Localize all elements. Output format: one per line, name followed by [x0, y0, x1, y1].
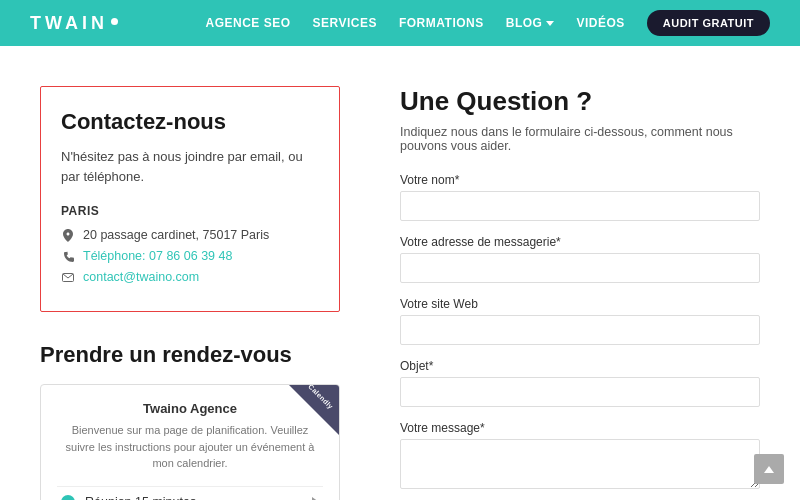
contact-city: PARIS — [61, 204, 319, 218]
nav-services[interactable]: SERVICES — [312, 16, 376, 30]
field-objet: Objet* — [400, 359, 760, 407]
contact-phone-link[interactable]: Téléphone: 07 86 06 39 48 — [83, 249, 232, 263]
input-website[interactable] — [400, 315, 760, 345]
meeting-arrow-icon — [312, 497, 319, 501]
main-nav: AGENCE SEO SERVICES FORMATIONS BLOG VIDÉ… — [205, 10, 770, 36]
calendly-widget: Calendly Twaino Agence Bienvenue sur ma … — [40, 384, 340, 500]
label-objet: Objet* — [400, 359, 760, 373]
right-column: Une Question ? Indiquez nous dans le for… — [400, 86, 760, 500]
contact-title: Contactez-nous — [61, 109, 319, 135]
calendly-title: Twaino Agence — [57, 401, 323, 416]
contact-box: Contactez-nous N'hésitez pas à nous join… — [40, 86, 340, 312]
label-message: Votre message* — [400, 421, 760, 435]
nav-agence-seo[interactable]: AGENCE SEO — [205, 16, 290, 30]
contact-address-row: 20 passage cardinet, 75017 Paris — [61, 228, 319, 242]
meeting-row[interactable]: Réunion 15 minutes — [57, 486, 323, 501]
scroll-chevron-icon — [764, 466, 774, 473]
form-subtitle: Indiquez nous dans le formulaire ci-dess… — [400, 125, 760, 153]
location-icon — [61, 228, 75, 242]
label-website: Votre site Web — [400, 297, 760, 311]
input-objet[interactable] — [400, 377, 760, 407]
input-email[interactable] — [400, 253, 760, 283]
green-dot-icon — [61, 495, 75, 501]
meeting-label: Réunion 15 minutes — [85, 495, 196, 501]
calendly-description: Bienvenue sur ma page de planification. … — [57, 422, 323, 472]
phone-icon — [61, 249, 75, 263]
contact-phone-row: Téléphone: 07 86 06 39 48 — [61, 249, 319, 263]
nav-formations[interactable]: FORMATIONS — [399, 16, 484, 30]
form-title: Une Question ? — [400, 86, 760, 117]
left-column: Contactez-nous N'hésitez pas à nous join… — [40, 86, 340, 500]
field-email: Votre adresse de messagerie* — [400, 235, 760, 283]
contact-email-link[interactable]: contact@twaino.com — [83, 270, 199, 284]
site-header: TWAIN AGENCE SEO SERVICES FORMATIONS BLO… — [0, 0, 800, 46]
field-website: Votre site Web — [400, 297, 760, 345]
contact-email-row: contact@twaino.com — [61, 270, 319, 284]
nav-videos[interactable]: VIDÉOS — [576, 16, 624, 30]
contact-description: N'hésitez pas à nous joindre par email, … — [61, 147, 319, 186]
audit-button[interactable]: AUDIT GRATUIT — [647, 10, 770, 36]
nav-blog[interactable]: BLOG — [506, 16, 555, 30]
email-icon — [61, 270, 75, 284]
label-email: Votre adresse de messagerie* — [400, 235, 760, 249]
contact-address: 20 passage cardinet, 75017 Paris — [83, 228, 269, 242]
input-message[interactable] — [400, 439, 760, 489]
label-nom: Votre nom* — [400, 173, 760, 187]
calendly-corner-label: Calendly — [308, 384, 335, 410]
main-content: Contactez-nous N'hésitez pas à nous join… — [0, 46, 800, 500]
blog-chevron-icon — [546, 21, 554, 26]
field-message: Votre message* — [400, 421, 760, 492]
input-nom[interactable] — [400, 191, 760, 221]
appointment-section: Prendre un rendez-vous Calendly Twaino A… — [40, 342, 340, 500]
site-logo: TWAIN — [30, 13, 118, 34]
field-nom: Votre nom* — [400, 173, 760, 221]
appointment-title: Prendre un rendez-vous — [40, 342, 340, 368]
scroll-top-button[interactable] — [754, 454, 784, 484]
